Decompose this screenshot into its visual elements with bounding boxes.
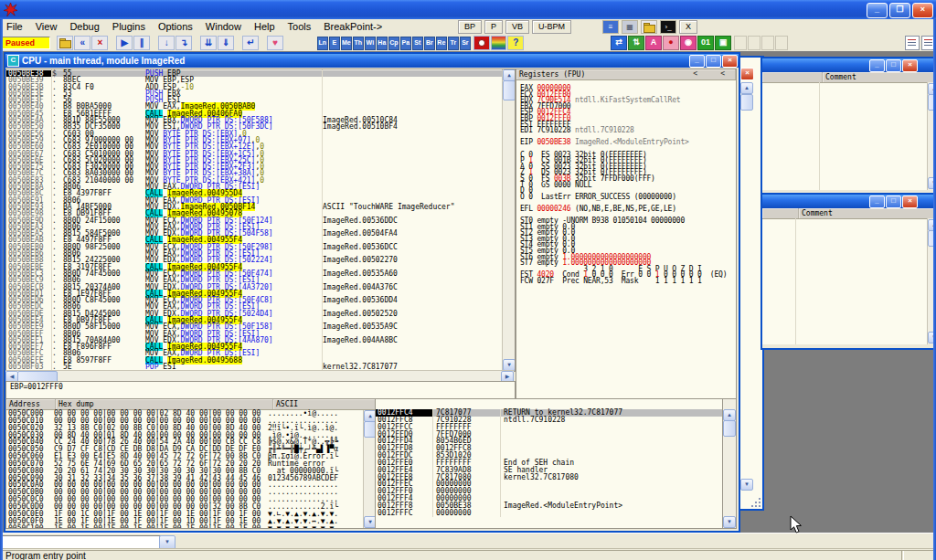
disasm-scroll-thumb[interactable]	[503, 80, 516, 100]
stack-row[interactable]: 0012FFF80050BE38ImageRed.<ModuleEntryPoi…	[376, 502, 723, 510]
registers-prev2-icon[interactable]: <	[720, 70, 725, 78]
trace-over-icon[interactable]: ⇓	[218, 36, 234, 50]
strip-scroll-up[interactable]: ▲	[740, 82, 753, 94]
step-into-icon[interactable]: ↓	[158, 36, 175, 50]
sidewin-a-minimize-button[interactable]: _	[869, 59, 885, 72]
open-file-icon[interactable]	[57, 36, 73, 50]
side-window-bottom[interactable]: _ □ × Comment ▲ ▼	[760, 193, 936, 350]
cpu-minimize-button[interactable]: _	[689, 55, 705, 68]
disassembly-pane[interactable]: 0050BE38$55PUSH EBP0050BE39.8BECMOV EBP,…	[5, 69, 516, 372]
strip-scroll-thumb[interactable]	[740, 94, 753, 111]
menu-file[interactable]: File	[0, 19, 29, 32]
disasm-row[interactable]: 0050BE3B.83C4 F0ADD ESP,-10	[6, 84, 502, 90]
stack-row[interactable]: 0012FFF000000000	[376, 488, 723, 495]
cpu-window[interactable]: C CPU - main thread, module ImageRed _ □…	[4, 52, 740, 533]
cpu-close-button[interactable]: ×	[722, 55, 738, 68]
menu-options[interactable]: Options	[152, 19, 199, 32]
side-window-bottom-titlebar[interactable]: _ □ ×	[762, 195, 936, 208]
cpu-titlebar[interactable]: C CPU - main thread, module ImageRed _ □…	[5, 54, 739, 68]
open-folder-icon[interactable]	[641, 20, 657, 34]
stack-pane[interactable]: 0012FFC47C817077RETURN to kernel32.7C817…	[375, 398, 724, 529]
sidewin-b-col-comment[interactable]: Comment	[799, 208, 936, 218]
step-over-icon[interactable]: ↴	[176, 36, 192, 50]
plugin-button-bp[interactable]: BP	[458, 20, 482, 34]
sidewin-b-col0[interactable]	[762, 208, 799, 218]
stack-scroll-down[interactable]: ▼	[723, 516, 736, 528]
register-line[interactable]: FCW 027F Prec NEAR,53 Mask 1 1 1 1 1 1	[520, 278, 734, 284]
dump-header-address[interactable]: Address	[6, 399, 56, 409]
stack-row[interactable]: 0012FFD48054B6ED	[376, 438, 723, 445]
console-icon[interactable]: ›_	[660, 20, 676, 34]
dump-header-hex[interactable]: Hex dump	[56, 399, 273, 409]
window-icon[interactable]: ▣	[715, 36, 731, 50]
sidewin-a-maximize-button[interactable]: □	[886, 59, 901, 72]
sidewin-a-col-comment[interactable]: Comment	[823, 72, 936, 82]
sidewin-b-maximize-button[interactable]: □	[886, 195, 901, 208]
restart-icon[interactable]: «	[74, 36, 90, 50]
stack-row[interactable]: 0012FFD80012FFC8	[376, 445, 723, 452]
dump-row[interactable]: 0050C1001F 00 1F 00|1F 00 1F 00|1F 00 1F…	[6, 525, 363, 530]
assemble-icon[interactable]: A	[645, 36, 662, 50]
pane-button-st[interactable]: St	[412, 37, 423, 50]
run-icon[interactable]: ▶	[116, 36, 133, 50]
register-line[interactable]: EDI 7C910228 ntdll.7C910228	[520, 127, 734, 133]
stack-row[interactable]: 0012FFFC00000000	[376, 510, 723, 517]
plugin-button-u-bpm[interactable]: U-BPM	[532, 20, 571, 34]
resize-grip[interactable]	[750, 497, 762, 509]
pane-button-re[interactable]: Re	[436, 37, 447, 50]
dump-header-ascii[interactable]: ASCII	[273, 399, 376, 409]
notes-icon[interactable]: ≡	[602, 20, 619, 34]
pane-button-tr[interactable]: Tr	[448, 37, 459, 50]
minimize-button[interactable]: _	[867, 3, 888, 18]
menu-view[interactable]: View	[29, 19, 64, 32]
cpu-maximize-button[interactable]: □	[706, 55, 721, 68]
register-line[interactable]: O 0 LastErr ERROR_SUCCESS (00000000)	[520, 194, 734, 200]
side-window-top-titlebar[interactable]: _ □ ×	[762, 58, 936, 72]
pane-button-br[interactable]: Br	[424, 37, 435, 50]
sidewin-a-close-button[interactable]: ×	[902, 59, 918, 72]
stack-row[interactable]: 0012FFCCFFFFFFFF	[376, 424, 723, 431]
sidewin-a-col0[interactable]	[762, 72, 823, 82]
pane-button-ha[interactable]: Ha	[377, 37, 388, 50]
pane-button-wi[interactable]: Wi	[365, 37, 376, 50]
strip-scroll-down[interactable]: ▼	[740, 479, 753, 491]
appearance-icon[interactable]	[491, 36, 507, 50]
register-line[interactable]: T 0 GS 0000 NULL	[520, 182, 734, 188]
go-to-icon[interactable]: ♥	[267, 36, 283, 50]
pane-button-e[interactable]: E	[329, 37, 340, 50]
menu-breakpoint[interactable]: BreakPoint->	[317, 19, 388, 32]
updown-arrows-icon[interactable]: ⇅	[628, 36, 644, 50]
breakpoint-ball-icon[interactable]: ●	[663, 36, 679, 50]
sidewin-b-close-button[interactable]: ×	[902, 195, 918, 208]
menu-debug[interactable]: Debug	[63, 19, 105, 32]
plugin-button-vb[interactable]: VB	[505, 20, 529, 34]
stack-row[interactable]: 0012FFE0FFFFFFFFEnd of SEH chain	[376, 460, 723, 467]
registers-pane[interactable]: Registers (FPU) < < EAX 00000000ECX 0012…	[516, 69, 737, 407]
swap-arrows-icon[interactable]: ⇄	[611, 36, 627, 50]
pane-button-th[interactable]: Th	[353, 37, 364, 50]
menu-help[interactable]: Help	[248, 19, 282, 32]
dump-pane[interactable]: Address Hex dump ASCII 0050C00000 00 00 …	[5, 398, 377, 529]
menu-tools[interactable]: Tools	[282, 19, 318, 32]
disasm-row[interactable]: 0050BE3E.53PUSH EBX	[6, 90, 502, 97]
plugin-close-button[interactable]: X	[679, 20, 697, 34]
log-window-icon[interactable]	[905, 36, 920, 50]
disasm-row[interactable]: 0050BEFE.E8 8597F8FFCALL ImageRed.004956…	[6, 357, 502, 364]
register-line[interactable]: EFL 00000246 (NO,NB,E,BE,NS,PE,GE,LE)	[520, 206, 734, 212]
dump-vscrollbar[interactable]: ▲ ▼	[363, 410, 376, 528]
trace-into-icon[interactable]: ⇊	[200, 36, 217, 50]
strip-close-icon[interactable]: ×	[740, 68, 754, 80]
options-gear-icon[interactable]	[473, 36, 490, 50]
disasm-vscrollbar[interactable]: ▲ ▼	[502, 69, 515, 371]
stack-row[interactable]: 0012FFC87C910228ntdll.7C910228	[376, 417, 723, 424]
register-line[interactable]: EIP 0050BE38 ImageRed.<ModuleEntryPoint>	[520, 139, 734, 145]
binary-icon[interactable]: 01	[697, 36, 714, 50]
restore-button[interactable]: ❐	[889, 3, 910, 18]
pane-button-sr[interactable]: Sr	[460, 37, 471, 50]
stack-vscrollbar[interactable]: ▲ ▼	[722, 398, 737, 529]
calculator-icon[interactable]: ▦	[622, 20, 638, 34]
help-icon[interactable]: ?	[507, 36, 524, 50]
execute-till-return-icon[interactable]: ↵	[242, 36, 259, 50]
disasm-row[interactable]: 0050BE38$55PUSH EBP	[6, 70, 502, 77]
pane-button-cp[interactable]: Cp	[388, 37, 399, 50]
